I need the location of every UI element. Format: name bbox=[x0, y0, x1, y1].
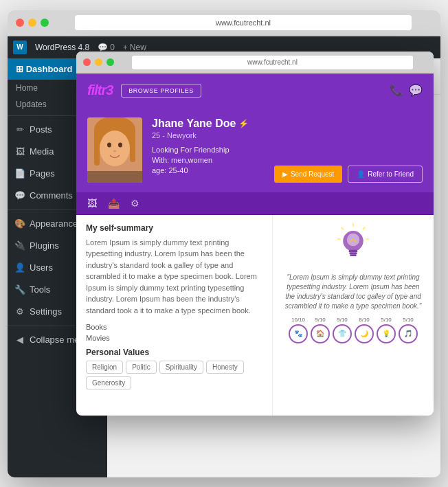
rating-circle-6: 🎵 bbox=[399, 324, 418, 343]
popup-titlebar: www.fcutrecht.nl bbox=[76, 52, 434, 73]
svg-rect-9 bbox=[87, 171, 142, 183]
browser-titlebar: www.fcutrecht.nl bbox=[8, 10, 440, 36]
profile-name: Jhane Yane Doe ⚡ bbox=[152, 117, 265, 130]
svg-point-5 bbox=[118, 142, 122, 147]
url-bar[interactable]: www.fcutrecht.nl bbox=[75, 15, 412, 30]
popup-window: www.fcutrecht.nl filtr3 BROWSE PROFILES … bbox=[76, 52, 434, 416]
popup-url-bar[interactable]: www.fcutrecht.nl bbox=[132, 56, 413, 69]
minimize-button[interactable] bbox=[28, 19, 36, 27]
settings-icon: ⚙ bbox=[14, 306, 25, 317]
plus-icon: + bbox=[123, 43, 128, 52]
new-button[interactable]: + New bbox=[123, 43, 146, 52]
profile-icon-row: 🖼 📤 ⚙ bbox=[76, 192, 434, 215]
plugins-icon: 🔌 bbox=[14, 240, 25, 251]
profile-avatar bbox=[87, 117, 142, 183]
profile-left-column: My self-summary Lorem Ipsum is simply du… bbox=[76, 215, 273, 416]
tools-icon: 🔧 bbox=[14, 284, 25, 295]
profile-actions: ▶ Send Request 👤 Refer to Friend bbox=[274, 166, 423, 183]
profile-tab-settings[interactable]: ⚙ bbox=[131, 198, 139, 209]
filtr3-body: My self-summary Lorem Ipsum is simply du… bbox=[76, 215, 434, 416]
profile-right-column: "Lorem Ipsum is simply dummy text printi… bbox=[273, 215, 434, 416]
traffic-lights bbox=[16, 19, 49, 27]
chat-icon[interactable]: 💬 bbox=[409, 84, 423, 97]
tag-list: Religion Politic Spirituality Honesty Ge… bbox=[86, 361, 262, 389]
svg-rect-18 bbox=[349, 252, 357, 254]
comment-icon: 💬 bbox=[98, 43, 108, 52]
ratings-row: 10/10 🐾 9/10 🏠 9/10 👕 8/10 🌙 bbox=[289, 317, 418, 345]
movies-label: Movies bbox=[86, 334, 262, 342]
send-request-button[interactable]: ▶ Send Request bbox=[274, 166, 342, 183]
rating-circle-1: 🐾 bbox=[289, 324, 308, 343]
refer-icon: 👤 bbox=[357, 170, 365, 178]
profile-tab-photos[interactable]: 🖼 bbox=[87, 198, 97, 209]
tag-spirituality: Spirituality bbox=[159, 361, 203, 374]
popup-maximize-button[interactable] bbox=[107, 58, 114, 66]
self-summary-title: My self-summary bbox=[86, 223, 262, 233]
filtr3-header: filtr3 BROWSE PROFILES 📞 💬 bbox=[76, 73, 434, 108]
tag-generosity: Generosity bbox=[86, 376, 131, 389]
users-icon: 👤 bbox=[14, 262, 25, 273]
books-label: Books bbox=[86, 323, 262, 331]
wp-site-name[interactable]: WordPress 4.8 bbox=[35, 43, 89, 52]
comments-count-item[interactable]: 💬 0 bbox=[98, 43, 115, 52]
self-summary-text: Lorem Ipsum is simply dummy text printin… bbox=[86, 237, 262, 317]
rating-circle-5: 💡 bbox=[377, 324, 396, 343]
browse-profiles-button[interactable]: BROWSE PROFILES bbox=[121, 84, 201, 98]
popup-traffic-lights bbox=[83, 58, 114, 66]
comments-icon: 💬 bbox=[14, 190, 25, 201]
rating-4: 8/10 🌙 bbox=[355, 317, 374, 345]
url-text: www.fcutrecht.nl bbox=[216, 19, 271, 27]
filtr3-header-icons: 📞 💬 bbox=[390, 84, 423, 97]
svg-rect-7 bbox=[94, 138, 100, 166]
popup-minimize-button[interactable] bbox=[95, 58, 102, 66]
popup-url-text: www.fcutrecht.nl bbox=[247, 58, 298, 66]
close-button[interactable] bbox=[16, 19, 24, 27]
rating-circle-4: 🌙 bbox=[355, 324, 374, 343]
phone-icon[interactable]: 📞 bbox=[390, 84, 403, 97]
personal-values-title: Personal Values bbox=[86, 348, 262, 357]
svg-point-3 bbox=[100, 131, 130, 166]
posts-icon: ✏ bbox=[14, 124, 25, 135]
profile-quote: "Lorem Ipsum is simply dummy text printi… bbox=[282, 273, 424, 311]
lightbulb-area bbox=[336, 223, 370, 264]
pages-icon: 📄 bbox=[14, 168, 25, 179]
refer-friend-button[interactable]: 👤 Refer to Friend bbox=[348, 166, 423, 183]
rating-2: 9/10 🏠 bbox=[311, 317, 330, 345]
rating-circle-2: 🏠 bbox=[311, 324, 330, 343]
appearance-icon: 🎨 bbox=[14, 218, 25, 229]
send-icon: ▶ bbox=[282, 170, 288, 178]
filtr3-logo: filtr3 bbox=[87, 82, 113, 98]
svg-line-12 bbox=[341, 227, 344, 229]
avatar-svg bbox=[87, 117, 142, 183]
tag-honesty: Honesty bbox=[206, 361, 244, 374]
profile-location: 25 - Newyork bbox=[152, 131, 265, 139]
svg-line-11 bbox=[363, 227, 366, 229]
tag-religion: Religion bbox=[86, 361, 123, 374]
svg-point-4 bbox=[107, 142, 111, 147]
svg-rect-17 bbox=[349, 249, 358, 252]
wp-logo-icon: W bbox=[13, 41, 27, 54]
svg-point-6 bbox=[113, 150, 116, 152]
maximize-button[interactable] bbox=[41, 19, 49, 27]
verified-icon: ⚡ bbox=[238, 119, 249, 128]
profile-info: Jhane Yane Doe ⚡ 25 - Newyork Looking Fo… bbox=[152, 117, 265, 177]
rating-3: 9/10 👕 bbox=[333, 317, 352, 345]
lightbulb-icon bbox=[336, 223, 370, 264]
profile-tab-share[interactable]: 📤 bbox=[108, 198, 120, 209]
browser-window: www.fcutrecht.nl W WordPress 4.8 💬 0 + N… bbox=[8, 10, 440, 477]
svg-rect-19 bbox=[350, 254, 356, 256]
rating-circle-3: 👕 bbox=[333, 324, 352, 343]
rating-1: 10/10 🐾 bbox=[289, 317, 308, 345]
profile-looking-for: Looking For Friendship With: men,women a… bbox=[152, 145, 265, 177]
profile-banner: Jhane Yane Doe ⚡ 25 - Newyork Looking Fo… bbox=[76, 108, 434, 192]
media-icon: 🖼 bbox=[14, 146, 25, 157]
rating-6: 5/10 🎵 bbox=[399, 317, 418, 345]
rating-5: 5/10 💡 bbox=[377, 317, 396, 345]
svg-rect-8 bbox=[130, 138, 135, 162]
popup-close-button[interactable] bbox=[83, 58, 91, 66]
collapse-icon: ◀ bbox=[14, 335, 25, 346]
dashboard-icon: ⊞ bbox=[16, 64, 26, 74]
tag-politic: Politic bbox=[126, 361, 157, 374]
